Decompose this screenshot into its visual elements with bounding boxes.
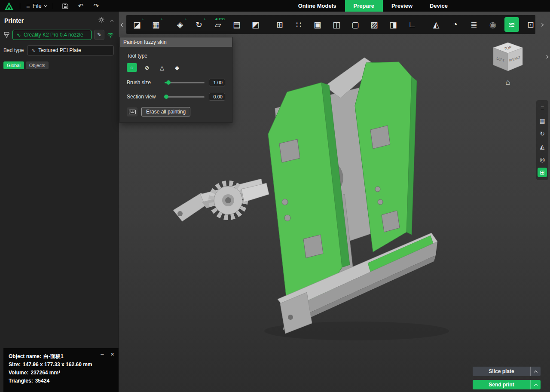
color-painting-button[interactable]: ◉ xyxy=(486,17,500,32)
pattern-grid-icon: ∷ xyxy=(296,20,301,30)
fuzzy-skin-painting-button[interactable]: ≋ xyxy=(504,17,519,32)
file-menu-button[interactable]: ≡ File xyxy=(26,2,47,9)
plate-table-icon: ▦ xyxy=(539,117,545,124)
manual-support-icon: ◭ xyxy=(433,20,440,30)
file-menu-label: File xyxy=(33,3,42,9)
erase-all-painting-button[interactable]: Erase all painting xyxy=(141,107,190,116)
object-list-button[interactable]: ≡ xyxy=(538,103,547,113)
slice-plate-button[interactable]: Slice plate xyxy=(473,367,541,376)
model-preview-button[interactable]: ◭ xyxy=(538,142,547,151)
right-toolbar: ≡ ▦ ↻ ◭ ◎ ⊞ xyxy=(536,100,548,180)
fill-bucket-button[interactable]: ◆ xyxy=(172,63,182,72)
sphere-brush-button[interactable]: ⊘ xyxy=(142,63,152,72)
mesh-boolean-button[interactable]: ◨ xyxy=(386,17,400,32)
save-icon xyxy=(62,3,68,9)
viewport-toolbar: ◪+ ▦+ ◈+ ↻+ ▱AUTO ▤ ◩ ⊞ ∷ ▣ ◫ ▢ ▨ ◨ ∟ ◭ … xyxy=(126,15,535,34)
plus-badge: + xyxy=(185,18,187,21)
printer-select[interactable]: ∿ Creality K2 Pro 0.4 nozzle xyxy=(12,30,92,40)
brush-size-slider[interactable] xyxy=(165,82,205,83)
send-options-button[interactable] xyxy=(530,380,541,389)
tab-device[interactable]: Device xyxy=(421,0,456,12)
object-list-icon: ≡ xyxy=(541,104,544,111)
scope-tab-global[interactable]: Global xyxy=(3,61,24,69)
plus-badge: + xyxy=(204,18,206,21)
section-view-slider-thumb[interactable] xyxy=(164,95,168,99)
fuzzy-skin-icon: ≋ xyxy=(508,20,515,30)
fuzzy-panel-body: Tool type ○ ⊘ △ ◆ Brush size 1.00 Sectio… xyxy=(120,47,232,122)
home-view-button[interactable]: ⌂ xyxy=(490,78,526,87)
split-objects-button[interactable]: ▤ xyxy=(229,17,244,32)
navigation-cube[interactable]: TOP LEFT FRONT ⌂ xyxy=(490,41,526,87)
right-panel-expand-button[interactable] xyxy=(544,53,550,61)
clone-matrix-button[interactable]: ⊞ xyxy=(272,17,287,32)
section-view-value[interactable]: 0.00 xyxy=(209,93,225,101)
auto-clean-button[interactable]: ▱AUTO xyxy=(211,17,225,32)
pattern-grid-button[interactable]: ∷ xyxy=(291,17,306,32)
chevron-left-icon xyxy=(121,23,124,27)
redo-button[interactable]: ↷ xyxy=(90,0,102,12)
manual-support-button[interactable]: ◭ xyxy=(429,17,443,32)
slice-plate-label: Slice plate xyxy=(473,367,530,376)
object-name-label: Object name: xyxy=(9,352,41,361)
edit-printer-button[interactable]: ✎ xyxy=(94,30,104,40)
brush-size-value[interactable]: 1.00 xyxy=(209,79,225,86)
calibration-target-icon: ◎ xyxy=(540,156,545,163)
circle-brush-icon: ○ xyxy=(130,64,134,71)
triangle-brush-button[interactable]: △ xyxy=(157,63,167,72)
wifi-icon[interactable] xyxy=(107,32,114,38)
history-button[interactable]: ↻ xyxy=(538,129,547,138)
auto-orient-icon: ↻ xyxy=(196,20,202,30)
circle-brush-button[interactable]: ○ xyxy=(127,63,137,72)
height-range-button[interactable]: ≣ xyxy=(467,17,481,32)
minimize-info-button[interactable]: − xyxy=(100,351,104,357)
printer-select-value: Creality K2 Pro 0.4 nozzle xyxy=(24,32,83,38)
auto-arrange-button[interactable]: ◈+ xyxy=(173,17,187,32)
nav-cube-graphic: TOP LEFT FRONT xyxy=(490,41,526,74)
tab-prepare[interactable]: Prepare xyxy=(345,0,383,12)
object-volume-label: Volume: xyxy=(9,369,28,377)
tab-preview[interactable]: Preview xyxy=(383,0,421,12)
save-button[interactable] xyxy=(59,0,71,12)
tool-type-label: Tool type xyxy=(127,53,225,59)
add-model-button[interactable]: ◪+ xyxy=(130,17,144,32)
section-view-label: Section view xyxy=(127,94,165,100)
app-logo-icon xyxy=(4,2,14,10)
process-apps-button[interactable]: ⊞ xyxy=(538,168,547,177)
calibration-button[interactable]: ◎ xyxy=(538,155,547,164)
measure-button[interactable]: ∟ xyxy=(405,17,419,32)
slice-options-button[interactable] xyxy=(530,367,541,376)
printer-icon xyxy=(3,32,10,38)
bed-type-select[interactable]: ∿ Textured PEI Plate xyxy=(27,45,114,55)
undo-button[interactable]: ↶ xyxy=(75,0,87,12)
select-region-button[interactable]: ▣ xyxy=(310,17,325,32)
shortcut-help-button[interactable] xyxy=(127,107,138,116)
plate-actions: Slice plate Send print xyxy=(473,367,541,389)
seam-painting-button[interactable]: ◔ xyxy=(448,17,462,32)
height-range-icon: ≣ xyxy=(471,20,477,30)
simplify-model-button[interactable]: ◩ xyxy=(248,17,263,32)
section-view-slider[interactable] xyxy=(165,96,205,98)
toolbar-expand-right-button[interactable] xyxy=(539,21,545,29)
scope-tabs: Global Objects xyxy=(0,55,118,69)
chevron-up-icon xyxy=(534,370,537,374)
triangle-brush-icon: △ xyxy=(160,64,164,71)
auto-orient-button[interactable]: ↻+ xyxy=(192,17,206,32)
toolbar-collapse-left-button[interactable] xyxy=(119,21,125,29)
scope-tab-objects[interactable]: Objects xyxy=(26,61,49,69)
topbar-left-group: ≡ File ↶ ↷ xyxy=(0,0,102,12)
close-info-button[interactable]: × xyxy=(110,351,114,357)
cross-section-button[interactable]: ▨ xyxy=(367,17,382,32)
bounding-box-button[interactable]: ▢ xyxy=(348,17,363,32)
fuzzy-panel-header[interactable]: Paint-on fuzzy skin xyxy=(120,37,232,47)
add-plate-button[interactable]: ▦+ xyxy=(149,17,163,32)
collapse-panel-button[interactable] xyxy=(110,19,113,23)
send-print-button[interactable]: Send print xyxy=(473,380,541,389)
frame-tool-button[interactable]: ⊡ xyxy=(523,17,538,32)
plate-table-button[interactable]: ▦ xyxy=(538,116,547,126)
brush-size-slider-thumb[interactable] xyxy=(166,80,171,85)
printer-select-row: ∿ Creality K2 Pro 0.4 nozzle ✎ xyxy=(0,26,118,40)
printer-settings-button[interactable] xyxy=(98,17,104,24)
chevron-down-icon xyxy=(43,3,47,7)
assembly-view-button[interactable]: ◫ xyxy=(329,17,344,32)
tab-online-models[interactable]: Online Models xyxy=(290,0,345,12)
